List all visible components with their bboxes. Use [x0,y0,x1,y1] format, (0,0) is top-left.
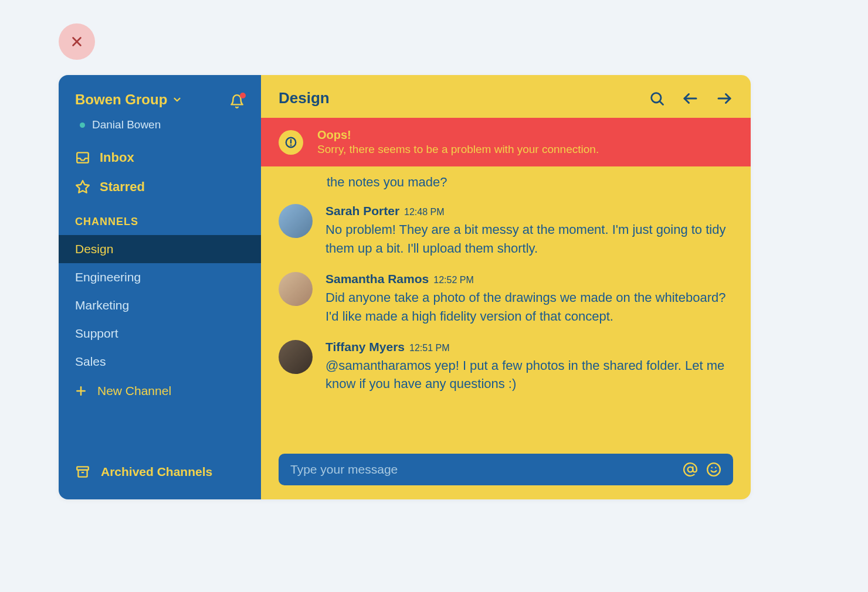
chat-app-window: Bowen Group Danial Bowen Inbox Starred C… [59,75,751,499]
inbox-icon [75,150,90,165]
smile-icon [706,462,721,477]
svg-point-16 [707,463,720,476]
error-title: Oops! [317,128,599,142]
message-time: 12:52 PM [433,275,473,285]
archived-channels-button[interactable]: Archived Channels [59,450,261,494]
svg-rect-6 [77,467,89,469]
new-channel-button[interactable]: New Channel [59,376,261,406]
avatar[interactable] [279,204,313,238]
nav-back-button[interactable] [681,90,699,107]
main-panel: Design Oops! Sorry, there seems to be a … [261,75,751,499]
archive-icon [75,464,90,479]
nav-label: Inbox [100,150,134,165]
message-text-partial: the notes you made? [279,172,733,197]
message-time: 12:48 PM [404,207,444,217]
message-text: No problem! They are a bit messy at the … [326,220,733,258]
channel-item-support[interactable]: Support [59,319,261,348]
sidebar-header: Bowen Group [59,91,261,116]
nav-inbox[interactable]: Inbox [59,143,261,172]
nav-starred[interactable]: Starred [59,172,261,202]
connection-error-banner: Oops! Sorry, there seems to be a problem… [261,118,751,166]
channel-item-design[interactable]: Design [59,235,261,263]
channel-item-marketing[interactable]: Marketing [59,291,261,319]
message-row: Sarah Porter 12:48 PM No problem! They a… [279,197,733,265]
message-author: Tiffany Myers [326,340,405,354]
composer-area [261,445,751,499]
svg-point-15 [688,467,693,472]
notification-badge [240,93,246,98]
message-text: @samantharamos yep! I put a few photos i… [326,356,733,394]
star-icon [75,179,90,195]
new-channel-label: New Channel [97,384,171,398]
message-header: Samantha Ramos 12:52 PM [326,272,733,286]
message-list[interactable]: the notes you made? Sarah Porter 12:48 P… [261,166,751,445]
emoji-button[interactable] [706,462,721,477]
channels-section-label: CHANNELS [59,202,261,235]
close-button[interactable] [59,23,95,60]
message-body: Tiffany Myers 12:51 PM @samantharamos ye… [326,340,733,394]
search-button[interactable] [649,90,665,107]
message-author: Samantha Ramos [326,272,429,286]
archived-label: Archived Channels [101,465,212,479]
message-composer[interactable] [279,454,733,485]
message-author: Sarah Porter [326,204,399,218]
alert-icon [284,136,297,149]
at-icon [683,462,698,477]
svg-line-9 [660,101,663,104]
error-text: Oops! Sorry, there seems to be a problem… [317,128,599,156]
error-body: Sorry, there seems to be a problem with … [317,143,599,156]
message-header: Tiffany Myers 12:51 PM [326,340,733,354]
message-row: Tiffany Myers 12:51 PM @samantharamos ye… [279,333,733,401]
message-body: Samantha Ramos 12:52 PM Did anyone take … [326,272,733,326]
workspace-name: Bowen Group [75,91,167,108]
notifications-button[interactable] [229,94,245,111]
close-icon [70,35,83,48]
channel-title: Design [279,89,330,107]
user-name: Danial Bowen [92,118,161,131]
channel-item-sales[interactable]: Sales [59,348,261,376]
svg-marker-3 [76,181,89,193]
chevron-down-icon [172,94,182,105]
avatar[interactable] [279,340,313,374]
current-user[interactable]: Danial Bowen [59,116,261,143]
plus-icon [75,385,87,397]
avatar[interactable] [279,272,313,306]
nav-forward-button[interactable] [716,90,733,107]
workspace-switcher[interactable]: Bowen Group [75,91,182,108]
presence-indicator [80,123,85,128]
header-actions [649,90,733,107]
search-icon [649,90,665,107]
channel-header: Design [261,75,751,118]
nav-label: Starred [100,179,145,195]
arrow-right-icon [716,90,733,107]
sidebar: Bowen Group Danial Bowen Inbox Starred C… [59,75,261,499]
message-header: Sarah Porter 12:48 PM [326,204,733,218]
channel-item-engineering[interactable]: Engineering [59,263,261,291]
composer-actions [683,462,721,477]
message-body: Sarah Porter 12:48 PM No problem! They a… [326,204,733,258]
svg-point-14 [291,145,291,145]
message-time: 12:51 PM [409,343,449,353]
arrow-left-icon [681,90,699,107]
message-text: Did anyone take a photo of the drawings … [326,288,733,326]
mention-button[interactable] [683,462,698,477]
message-input[interactable] [290,462,674,477]
error-icon-badge [279,130,303,155]
message-row: Samantha Ramos 12:52 PM Did anyone take … [279,265,733,333]
